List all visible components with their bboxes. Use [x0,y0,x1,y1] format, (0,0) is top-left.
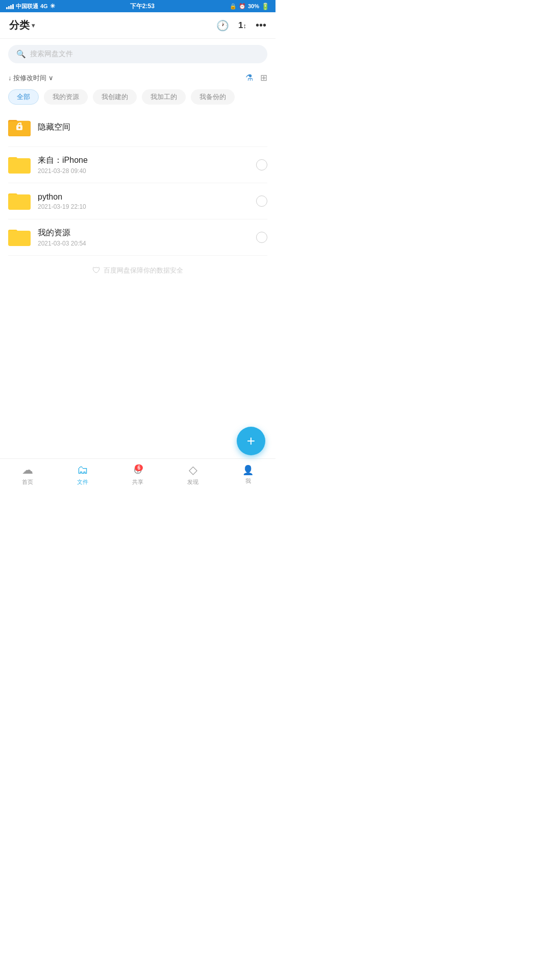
security-text: 百度网盘保障你的数据安全 [104,266,183,275]
nav-item-share[interactable]: ⊕ 6 共享 [110,463,165,486]
nav-item-discover[interactable]: ◇ 发现 [165,463,220,486]
share-badge: 6 [135,464,143,471]
lock-icon: 🔒 [230,3,237,10]
search-placeholder-text: 搜索网盘文件 [30,50,73,59]
file-info-myresources: 我的资源 2021-03-03 20:54 [38,228,251,247]
nav-label-home: 首页 [22,478,33,486]
folder-icon-hidden [8,117,31,139]
file-date-python: 2021-03-19 22:10 [38,203,251,210]
battery-label: 30% [248,3,259,9]
status-time: 下午2:53 [130,2,155,11]
security-shield-icon: 🛡 [92,266,101,275]
alarm-icon: ⏰ [239,3,246,10]
sort-label-group[interactable]: ↓ 按修改时间 ∨ [8,74,54,83]
filter-icon[interactable]: ⚗ [245,72,253,83]
file-info-iphone: 来自：iPhone 2021-03-28 09:40 [38,155,251,175]
files-folder-icon: 🗂 [77,463,88,477]
filter-tab-created[interactable]: 我创建的 [93,89,137,105]
battery-icon: 🔋 [261,3,269,10]
grid-view-icon[interactable]: ⊞ [260,72,267,83]
file-radio-myresources[interactable] [256,232,267,243]
view-controls: ⚗ ⊞ [245,72,267,83]
file-name-myresources: 我的资源 [38,228,251,238]
svg-rect-14 [8,231,31,246]
folder-icon-myresources [8,227,31,248]
file-info-python: python 2021-03-19 22:10 [38,192,251,210]
app-header: 分类 ▾ 🕐 1↕ ••• [0,12,276,39]
file-item-hidden-space[interactable]: 隐藏空间 [8,110,267,147]
nav-label-share: 共享 [132,478,143,486]
header-actions: 🕐 1↕ ••• [216,19,266,32]
nav-label-files: 文件 [77,478,88,486]
header-title-group[interactable]: 分类 ▾ [9,18,35,32]
file-list: 隐藏空间 来自：iPhone 2021-03-28 09:40 pyt [0,110,276,256]
sort-order-icon[interactable]: 1↕ [238,20,246,31]
search-container: 🔍 搜索网盘文件 [0,39,276,69]
folder-icon-iphone [8,154,31,176]
file-name-python: python [38,192,251,202]
nav-item-files[interactable]: 🗂 文件 [55,463,110,486]
status-right: 🔒 ⏰ 30% 🔋 [230,3,269,10]
file-info-hidden-space: 隐藏空间 [38,122,267,134]
more-icon[interactable]: ••• [256,19,266,31]
bottom-nav: ☁ 首页 🗂 文件 ⊕ 6 共享 ◇ 发现 👤 我 [0,458,276,490]
network-label: 4G [40,3,48,9]
filter-tab-my-resources[interactable]: 我的资源 [44,89,88,105]
history-icon[interactable]: 🕐 [216,19,229,32]
file-name-hidden-space: 隐藏空间 [38,122,267,133]
filter-tab-backup[interactable]: 我备份的 [191,89,235,105]
carrier-label: 中国联通 [16,3,38,10]
status-bar: 中国联通 4G ✳ 下午2:53 🔒 ⏰ 30% 🔋 [0,0,276,12]
sort-row: ↓ 按修改时间 ∨ ⚗ ⊞ [0,69,276,87]
folder-icon-python [8,190,31,212]
nav-label-discover: 发现 [187,478,198,486]
svg-rect-8 [8,158,31,174]
file-date-iphone: 2021-03-28 09:40 [38,167,251,175]
file-radio-iphone[interactable] [256,159,267,170]
filter-tab-all[interactable]: 全部 [8,89,39,105]
file-date-myresources: 2021-03-03 20:54 [38,240,251,247]
file-item-myresources[interactable]: 我的资源 2021-03-03 20:54 [8,219,267,256]
sort-dropdown-arrow: ∨ [48,74,54,82]
file-item-python[interactable]: python 2021-03-19 22:10 [8,183,267,219]
security-notice: 🛡 百度网盘保障你的数据安全 [0,256,276,285]
nav-label-profile: 我 [245,477,251,485]
nav-item-home[interactable]: ☁ 首页 [0,463,55,486]
signal-icon [6,3,14,9]
nav-item-profile[interactable]: 👤 我 [220,464,276,485]
svg-point-5 [18,127,20,129]
page-title: 分类 [9,18,30,32]
sort-label: ↓ 按修改时间 [8,74,46,83]
search-icon: 🔍 [16,50,26,59]
file-item-iphone[interactable]: 来自：iPhone 2021-03-28 09:40 [8,147,267,183]
search-bar[interactable]: 🔍 搜索网盘文件 [8,45,267,63]
profile-icon: 👤 [242,464,254,476]
status-left: 中国联通 4G ✳ [6,3,55,10]
title-dropdown-arrow[interactable]: ▾ [32,22,35,29]
filter-tabs-container: 全部 我的资源 我创建的 我加工的 我备份的 [0,87,276,110]
wifi-icon: ✳ [50,3,55,10]
file-name-iphone: 来自：iPhone [38,155,251,166]
home-cloud-icon: ☁ [22,463,33,477]
filter-tab-processed[interactable]: 我加工的 [142,89,186,105]
add-fab-button[interactable]: + [237,427,265,455]
add-icon: + [247,433,255,449]
discover-icon: ◇ [189,463,197,477]
file-radio-python[interactable] [256,195,267,207]
svg-rect-11 [8,194,31,210]
